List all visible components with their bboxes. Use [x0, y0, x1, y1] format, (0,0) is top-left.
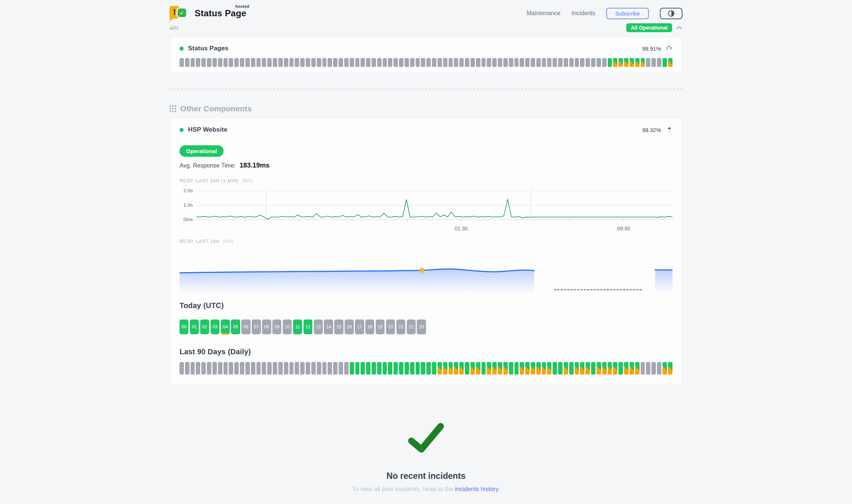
chevron-up-icon[interactable]: [676, 26, 682, 30]
uptime-bar-degraded[interactable]: [443, 362, 447, 375]
uptime-bar-none[interactable]: [503, 58, 508, 67]
uptime-bar-none[interactable]: [509, 58, 513, 67]
uptime-bar-degraded[interactable]: [668, 58, 672, 67]
uptime-bar-none[interactable]: [344, 58, 349, 67]
hour-cell-22[interactable]: 22: [407, 319, 416, 334]
uptime-bar-none[interactable]: [360, 58, 365, 67]
uptime-bar-none[interactable]: [229, 362, 233, 375]
uptime-bar-up[interactable]: [350, 362, 354, 375]
uptime-bar-none[interactable]: [536, 58, 541, 67]
uptime-bar-none[interactable]: [399, 58, 403, 67]
uptime-bar-degraded[interactable]: [580, 362, 584, 375]
uptime-bar-degraded[interactable]: [597, 362, 601, 375]
uptime-bar-none[interactable]: [256, 362, 261, 375]
hour-cell-16[interactable]: 16: [345, 319, 353, 334]
uptime-bar-none[interactable]: [284, 58, 288, 67]
uptime-bar-degraded[interactable]: [437, 362, 442, 375]
uptime-bar-degraded[interactable]: [630, 58, 634, 67]
uptime-bar-up[interactable]: [416, 362, 420, 375]
uptime-bar-none[interactable]: [388, 58, 392, 67]
hour-cell-21[interactable]: 21: [396, 319, 405, 334]
refresh-icon[interactable]: [666, 45, 672, 52]
uptime-bar-none[interactable]: [564, 58, 568, 67]
uptime-bar-degraded[interactable]: [602, 362, 607, 375]
uptime-bar-none[interactable]: [580, 58, 584, 67]
uptime-bar-none[interactable]: [224, 58, 228, 67]
uptime-bar-none[interactable]: [377, 58, 382, 67]
uptime-bar-degraded[interactable]: [459, 362, 464, 375]
uptime-bar-none[interactable]: [267, 362, 272, 375]
uptime-bar-none[interactable]: [437, 58, 442, 67]
uptime-bar-none[interactable]: [553, 58, 557, 67]
uptime-bar-none[interactable]: [558, 58, 563, 67]
uptime-bar-none[interactable]: [234, 58, 239, 67]
uptime-bar-none[interactable]: [196, 362, 200, 375]
uptime-bar-none[interactable]: [201, 58, 206, 67]
uptime-bar-none[interactable]: [262, 58, 266, 67]
uptime-bar-none[interactable]: [273, 362, 277, 375]
uptime-bar-degraded[interactable]: [586, 362, 590, 375]
uptime-bar-up[interactable]: [355, 362, 360, 375]
uptime-bar-up[interactable]: [372, 362, 376, 375]
uptime-bar-up[interactable]: [426, 362, 431, 375]
uptime-bar-up[interactable]: [591, 362, 596, 375]
uptime-bar-up[interactable]: [405, 362, 409, 375]
uptime-bar-none[interactable]: [333, 362, 338, 375]
uptime-bar-none[interactable]: [267, 58, 272, 67]
uptime-bar-none[interactable]: [262, 362, 266, 375]
uptime-bar-none[interactable]: [207, 58, 211, 67]
uptime-bar-degraded[interactable]: [635, 58, 640, 67]
uptime-bar-none[interactable]: [251, 362, 255, 375]
resp-1min-chart[interactable]: 2.0s1.0s0ms 01:3009:30: [180, 187, 672, 234]
uptime-bar-none[interactable]: [306, 362, 310, 375]
uptime-bar-none[interactable]: [416, 58, 420, 67]
uptime-bar-up[interactable]: [618, 362, 623, 375]
uptime-bar-none[interactable]: [602, 58, 607, 67]
uptime-bar-none[interactable]: [240, 58, 244, 67]
hour-cell-01[interactable]: 01: [190, 319, 199, 334]
uptime-bar-up[interactable]: [514, 362, 519, 375]
uptime-bar-up[interactable]: [410, 362, 415, 375]
hour-cell-13[interactable]: 13: [314, 319, 323, 334]
uptime-bar-degraded[interactable]: [498, 362, 502, 375]
uptime-bar-none[interactable]: [405, 58, 409, 67]
uptime-bar-none[interactable]: [328, 58, 332, 67]
uptime-bar-none[interactable]: [245, 58, 250, 67]
uptime-bar-up[interactable]: [432, 362, 436, 375]
uptime-bar-up[interactable]: [393, 362, 398, 375]
uptime-bar-none[interactable]: [180, 58, 184, 67]
uptime-bar-none[interactable]: [355, 58, 360, 67]
hour-cell-17[interactable]: 17: [355, 319, 364, 334]
uptime-bar-none[interactable]: [311, 58, 316, 67]
uptime-bar-none[interactable]: [180, 362, 184, 375]
uptime-bar-up[interactable]: [569, 362, 574, 375]
uptime-bar-none[interactable]: [432, 58, 436, 67]
hour-cell-09[interactable]: 09: [272, 319, 281, 334]
uptime-bar-degraded[interactable]: [564, 362, 568, 375]
hour-cell-15[interactable]: 15: [334, 319, 343, 334]
uptime-bar-up[interactable]: [421, 362, 425, 375]
uptime-bar-degraded[interactable]: [635, 362, 640, 375]
uptime-bar-none[interactable]: [322, 362, 327, 375]
uptime-bar-none[interactable]: [201, 362, 206, 375]
uptime-bar-none[interactable]: [492, 58, 497, 67]
uptime-bar-none[interactable]: [531, 58, 535, 67]
uptime-bar-up[interactable]: [663, 58, 667, 67]
uptime-bar-degraded[interactable]: [520, 362, 524, 375]
uptime-bar-up[interactable]: [377, 362, 382, 375]
uptime-bar-none[interactable]: [212, 362, 217, 375]
uptime-bar-up[interactable]: [383, 362, 387, 375]
uptime-bar-none[interactable]: [426, 58, 431, 67]
uptime-bar-none[interactable]: [421, 58, 425, 67]
uptime-bar-none[interactable]: [597, 58, 601, 67]
uptime-bar-none[interactable]: [256, 58, 261, 67]
incidents-history-link[interactable]: incidents history: [455, 486, 498, 492]
uptime-bar-none[interactable]: [295, 58, 299, 67]
hour-cell-23[interactable]: 23: [417, 319, 426, 334]
uptime-bar-degraded[interactable]: [492, 362, 497, 375]
uptime-bar-none[interactable]: [317, 362, 321, 375]
uptime-bar-degraded[interactable]: [668, 362, 672, 375]
uptime-bar-none[interactable]: [651, 362, 656, 375]
uptime-bar-none[interactable]: [284, 362, 288, 375]
uptime-bar-none[interactable]: [383, 58, 387, 67]
